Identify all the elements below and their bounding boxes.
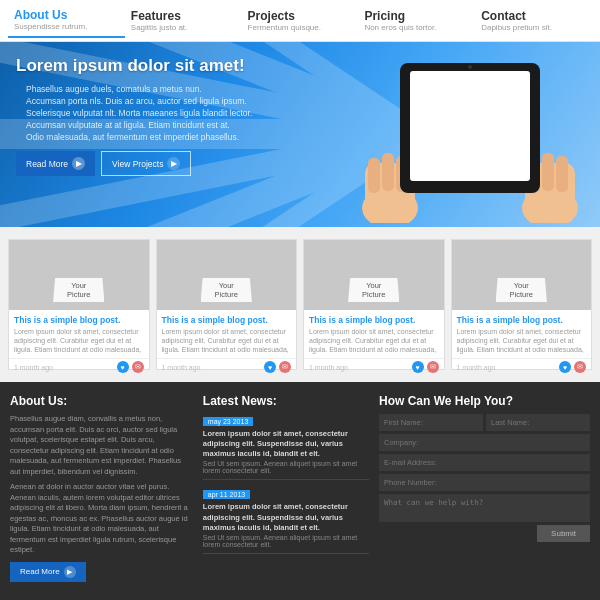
read-more-button[interactable]: Read More ▶ bbox=[16, 151, 95, 176]
view-projects-button[interactable]: View Projects ▶ bbox=[101, 151, 191, 176]
blog-card-4-ribbon: YourPicture bbox=[496, 278, 547, 302]
footer-section: About Us: Phasellus augue diam, convalli… bbox=[0, 382, 600, 600]
blog-card-2-share[interactable]: ✉ bbox=[279, 361, 291, 373]
blog-card-2-date: 1 month ago bbox=[162, 364, 201, 371]
nav-contact-title: Contact bbox=[481, 9, 586, 23]
nav-item-pricing[interactable]: Pricing Non eros quis tortor. bbox=[358, 4, 475, 37]
blog-card-1-title: This is a simple blog post. bbox=[14, 315, 144, 325]
nav-contact-sub: Dapibus pretium sit. bbox=[481, 23, 586, 32]
hero-tablet-area bbox=[350, 50, 590, 225]
footer-read-more-button[interactable]: Read More ▶ bbox=[10, 562, 86, 582]
nav-pricing-title: Pricing bbox=[364, 9, 469, 23]
news-text-1-bold: Lorem ipsum dolor sit amet, consectetur … bbox=[203, 429, 348, 458]
svg-rect-9 bbox=[368, 158, 380, 193]
blog-card-4-share[interactable]: ✉ bbox=[574, 361, 586, 373]
blog-card-3-image: YourPicture bbox=[304, 240, 444, 310]
blog-card-2-ribbon: YourPicture bbox=[201, 278, 252, 302]
read-more-icon: ▶ bbox=[72, 157, 85, 170]
nav-about-sub: Suspendisse rutrum. bbox=[14, 22, 119, 31]
blog-card-4-date: 1 month ago bbox=[457, 364, 496, 371]
svg-rect-16 bbox=[556, 156, 568, 192]
hero-bullet-2: Accumsan porta nls. Duis ac arcu, auctor… bbox=[16, 95, 314, 107]
footer-form-col: How Can We Help You? Submit bbox=[379, 394, 590, 588]
hero-bullets: Phasellus augue duels, comatuls a metus … bbox=[16, 83, 314, 143]
svg-rect-18 bbox=[410, 71, 530, 181]
blog-card-3: YourPicture This is a simple blog post. … bbox=[303, 239, 445, 370]
nav-projects-title: Projects bbox=[248, 9, 353, 23]
blog-card-1-ribbon: YourPicture bbox=[53, 278, 104, 302]
svg-rect-10 bbox=[382, 153, 394, 191]
phone-input[interactable] bbox=[379, 474, 590, 491]
email-input[interactable] bbox=[379, 454, 590, 471]
nav-item-features[interactable]: Features Sagittis justo at. bbox=[125, 4, 242, 37]
news-extra-2: Sed Ut sem ipsum. Aenean aliquet ipsum s… bbox=[203, 534, 369, 548]
hero-bullet-5: Odio malesuada, aut fermentum est imperd… bbox=[16, 131, 314, 143]
footer-about-col: About Us: Phasellus augue diam, convalli… bbox=[10, 394, 193, 588]
news-date-badge-1: may 23 2013 bbox=[203, 417, 253, 426]
blog-card-1-image: YourPicture bbox=[9, 240, 149, 310]
svg-rect-15 bbox=[542, 153, 554, 191]
news-date-badge-2: apr 11 2013 bbox=[203, 490, 250, 499]
submit-button[interactable]: Submit bbox=[537, 525, 590, 542]
footer-about-title: About Us: bbox=[10, 394, 193, 408]
blog-card-4-image: YourPicture bbox=[452, 240, 592, 310]
blog-card-1: YourPicture This is a simple blog post. … bbox=[8, 239, 150, 370]
nav-projects-sub: Fermentum quisque. bbox=[248, 23, 353, 32]
news-extra-1: Sed Ut sem ipsum. Aenean aliquet ipsum s… bbox=[203, 460, 369, 474]
blog-card-1-date: 1 month ago bbox=[14, 364, 53, 371]
help-textarea[interactable] bbox=[379, 494, 590, 522]
hero-section: Lorem ipsum dolor sit amet! Phasellus au… bbox=[0, 42, 600, 227]
submit-label: Submit bbox=[551, 529, 576, 538]
blog-card-3-ribbon: YourPicture bbox=[348, 278, 399, 302]
nav-item-projects[interactable]: Projects Fermentum quisque. bbox=[242, 4, 359, 37]
blog-card-4-title: This is a simple blog post. bbox=[457, 315, 587, 325]
blog-card-1-text: Lorem ipsum dolor sit amet, consectetur … bbox=[14, 327, 144, 355]
blog-card-1-like[interactable]: ♥ bbox=[117, 361, 129, 373]
last-name-input[interactable] bbox=[486, 414, 590, 431]
hero-bullet-1: Phasellus augue duels, comatuls a metus … bbox=[16, 83, 314, 95]
svg-point-19 bbox=[468, 65, 472, 69]
blog-card-4-like[interactable]: ♥ bbox=[559, 361, 571, 373]
blog-card-2-text: Lorem ipsum dolor sit amet, consectetur … bbox=[162, 327, 292, 355]
hero-bullet-3: Scelerisque vulputat nlt. Morta maeanes … bbox=[16, 107, 314, 119]
footer-read-more-icon: ▶ bbox=[64, 566, 76, 578]
news-item-1: may 23 2013 Lorem ipsum dolor sit amet, … bbox=[203, 414, 369, 480]
view-projects-label: View Projects bbox=[112, 159, 163, 169]
blog-card-2: YourPicture This is a simple blog post. … bbox=[156, 239, 298, 370]
blog-card-3-title: This is a simple blog post. bbox=[309, 315, 439, 325]
blog-card-3-share[interactable]: ✉ bbox=[427, 361, 439, 373]
footer-form-title: How Can We Help You? bbox=[379, 394, 590, 408]
news-item-2: apr 11 2013 Lorem ipsum dolor sit amet, … bbox=[203, 487, 369, 553]
hero-content: Lorem ipsum dolor sit amet! Phasellus au… bbox=[0, 42, 330, 190]
nav-item-contact[interactable]: Contact Dapibus pretium sit. bbox=[475, 4, 592, 37]
tablet-illustration bbox=[360, 53, 580, 223]
company-input[interactable] bbox=[379, 434, 590, 451]
nav-item-about[interactable]: About Us Suspendisse rutrum. bbox=[8, 3, 125, 38]
blog-card-3-date: 1 month ago bbox=[309, 364, 348, 371]
first-name-input[interactable] bbox=[379, 414, 483, 431]
news-text-1: Lorem ipsum dolor sit amet, consectetur … bbox=[203, 429, 369, 459]
blog-card-3-text: Lorem ipsum dolor sit amet, consectetur … bbox=[309, 327, 439, 355]
hero-bullet-4: Accumsan vulputate at at ligula. Etiam t… bbox=[16, 119, 314, 131]
news-text-2-bold: Lorem ipsum dolor sit amet, consectetur … bbox=[203, 502, 348, 531]
blog-card-3-like[interactable]: ♥ bbox=[412, 361, 424, 373]
nav-features-sub: Sagittis justo at. bbox=[131, 23, 236, 32]
nav-pricing-sub: Non eros quis tortor. bbox=[364, 23, 469, 32]
nav-features-title: Features bbox=[131, 9, 236, 23]
blog-card-2-like[interactable]: ♥ bbox=[264, 361, 276, 373]
news-text-2: Lorem ipsum dolor sit amet, consectetur … bbox=[203, 502, 369, 532]
blog-card-2-title: This is a simple blog post. bbox=[162, 315, 292, 325]
hero-heading: Lorem ipsum dolor sit amet! bbox=[16, 56, 314, 76]
navigation: About Us Suspendisse rutrum. Features Sa… bbox=[0, 0, 600, 42]
blog-card-2-image: YourPicture bbox=[157, 240, 297, 310]
hero-buttons: Read More ▶ View Projects ▶ bbox=[16, 151, 314, 176]
blog-card-4: YourPicture This is a simple blog post. … bbox=[451, 239, 593, 370]
footer-read-more-label: Read More bbox=[20, 567, 60, 576]
blog-card-4-text: Lorem ipsum dolor sit amet, consectetur … bbox=[457, 327, 587, 355]
nav-about-title: About Us bbox=[14, 8, 119, 22]
blog-section: YourPicture This is a simple blog post. … bbox=[0, 227, 600, 382]
footer-news-title: Latest News: bbox=[203, 394, 369, 408]
footer-news-col: Latest News: may 23 2013 Lorem ipsum dol… bbox=[203, 394, 369, 588]
blog-card-1-share[interactable]: ✉ bbox=[132, 361, 144, 373]
view-projects-icon: ▶ bbox=[167, 157, 180, 170]
